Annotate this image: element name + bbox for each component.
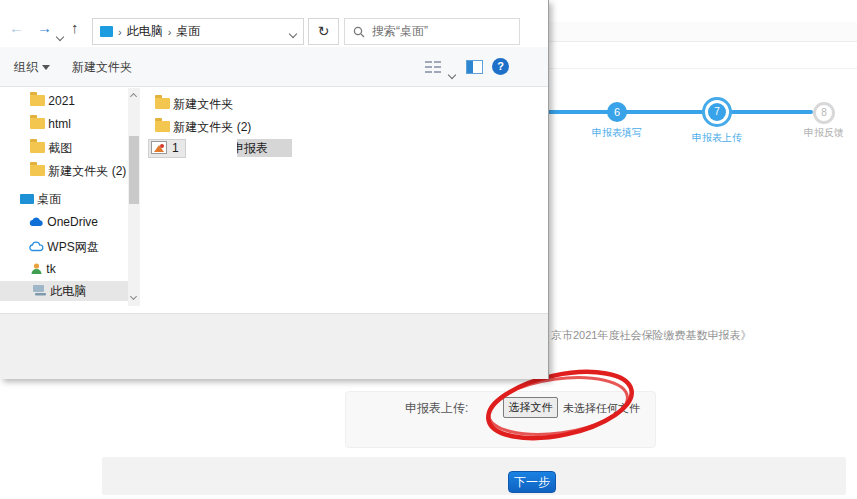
details-view-icon[interactable] xyxy=(424,60,442,74)
view-chevron-icon[interactable] xyxy=(448,71,456,79)
sidebar-item-wps-cloud[interactable]: WPS网盘 xyxy=(28,239,99,256)
screen: 6 7 8 申报表填写 申报表上传 申报反馈 京市2021年度社会保险缴费基数申… xyxy=(0,0,857,499)
file-open-dialog: 此电脑 桌面 搜索“桌面” 组织 新建文件夹 xyxy=(0,0,549,379)
sidebar-item-this-pc[interactable]: 此电脑 xyxy=(32,283,86,300)
image-file-icon xyxy=(151,141,167,154)
folder-icon xyxy=(155,121,170,132)
step-6-label: 申报表填写 xyxy=(572,126,662,140)
address-bar[interactable]: 此电脑 桌面 xyxy=(92,18,304,45)
help-icon[interactable] xyxy=(492,58,509,75)
up-icon[interactable] xyxy=(71,19,79,36)
search-placeholder: 搜索“桌面” xyxy=(372,23,428,40)
onedrive-cloud-icon xyxy=(28,216,44,227)
dialog-footer: 文件名(N): 申报表 图片文件 打开(O) 取消 xyxy=(0,313,548,379)
breadcrumb-separator-icon xyxy=(168,26,172,38)
step-8-circle: 8 xyxy=(813,102,835,124)
sidebar-item-screenshots[interactable]: 截图 xyxy=(30,140,72,157)
file-item-1[interactable]: 1 xyxy=(172,141,179,155)
search-icon xyxy=(353,26,365,38)
folder-icon xyxy=(30,142,45,153)
sidebar-item-onedrive[interactable]: OneDrive xyxy=(28,215,98,229)
wps-cloud-icon xyxy=(28,241,44,252)
next-step-button[interactable]: 下一步 xyxy=(508,471,556,493)
back-icon[interactable] xyxy=(9,19,24,36)
new-folder-button[interactable]: 新建文件夹 xyxy=(72,59,132,76)
folder-icon xyxy=(155,98,170,109)
desktop-icon xyxy=(20,194,34,204)
history-chevron-icon[interactable] xyxy=(56,33,64,41)
step-7-label: 申报表上传 xyxy=(672,131,762,145)
forward-icon[interactable] xyxy=(37,19,52,36)
organize-button[interactable]: 组织 xyxy=(14,59,50,76)
folder-icon xyxy=(30,95,45,106)
sidebar-item-new-folder-2[interactable]: 新建文件夹 (2) xyxy=(30,163,126,180)
preview-pane-icon[interactable] xyxy=(466,60,483,74)
file-item-new-folder-2[interactable]: 新建文件夹 (2) xyxy=(155,119,251,136)
sidebar-item-user-tk[interactable]: tk xyxy=(30,262,56,276)
step-7-number: 7 xyxy=(708,103,726,121)
refresh-button[interactable] xyxy=(308,18,339,45)
address-chevron-icon[interactable] xyxy=(289,29,297,37)
page-footer-strip xyxy=(102,457,846,495)
sidebar-item-html[interactable]: html xyxy=(30,117,71,131)
file-item-new-folder[interactable]: 新建文件夹 xyxy=(155,96,233,113)
declaration-form-text: 京市2021年度社会保险缴费基数申报表》 xyxy=(551,328,751,343)
search-input[interactable]: 搜索“桌面” xyxy=(344,18,520,45)
breadcrumb-desktop[interactable]: 桌面 xyxy=(176,23,200,40)
sidebar-item-2021[interactable]: 2021 xyxy=(30,94,75,108)
command-bar: 组织 新建文件夹 xyxy=(0,47,548,87)
user-icon xyxy=(30,262,43,275)
computer-icon xyxy=(32,284,47,296)
breadcrumb-separator-icon xyxy=(118,26,122,38)
folder-icon xyxy=(30,118,45,129)
file-name-badge: 申报表 xyxy=(237,139,292,157)
step-8-label: 申报反馈 xyxy=(779,126,857,140)
step-7-circle: 7 xyxy=(702,97,732,127)
organize-chevron-icon xyxy=(42,65,50,70)
step-6-circle: 6 xyxy=(607,102,627,122)
folder-icon xyxy=(30,165,45,176)
sidebar-item-desktop[interactable]: 桌面 xyxy=(20,191,61,208)
breadcrumb-this-pc[interactable]: 此电脑 xyxy=(127,23,163,40)
scrollbar-thumb[interactable] xyxy=(129,136,139,204)
upload-row-label: 申报表上传: xyxy=(405,400,468,417)
location-folder-icon xyxy=(100,26,113,37)
